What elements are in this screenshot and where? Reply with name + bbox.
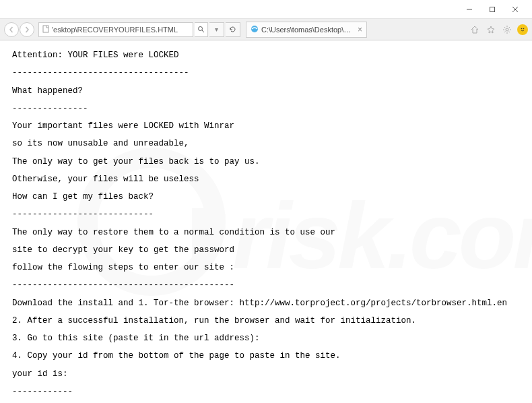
ransom-line: 4. Copy your id from the bottom of the p… (12, 350, 520, 361)
ransom-line: How can I get my files back? (12, 191, 520, 202)
tab-title: C:\Users\tomas\Desktop\RE... (261, 26, 354, 34)
address-bar[interactable]: 'esktop\RECOVERYOURFILES.HTML (38, 22, 193, 37)
svg-point-8 (506, 28, 508, 31)
ransom-line: so its now unusable and unreadable, (12, 138, 520, 149)
close-button[interactable] (504, 2, 527, 17)
window-titlebar (0, 0, 532, 19)
maximize-button[interactable] (481, 2, 504, 17)
minimize-button[interactable] (458, 2, 481, 17)
toolbar-right (469, 24, 528, 36)
ransom-line: The only way to restore them to a normal… (12, 227, 520, 238)
ie-icon (251, 25, 259, 34)
ransom-line: ----------------------------------- (12, 67, 520, 78)
browser-tab[interactable]: C:\Users\tomas\Desktop\RE... × (246, 22, 367, 38)
ransom-line: What happened? (12, 86, 520, 96)
svg-point-9 (521, 28, 523, 29)
ransom-line: Download the install and 1. Tor-the brow… (12, 298, 520, 309)
refresh-button[interactable] (226, 22, 240, 37)
svg-point-10 (523, 28, 525, 29)
ransom-line: ------------ (12, 386, 520, 397)
ransom-line: follow the flowing steps to enter our si… (12, 262, 520, 273)
ransom-line: ----------------------------------------… (12, 280, 520, 290)
ransom-line: Your important files were LOCKED with Wi… (12, 121, 520, 131)
page-icon (42, 25, 50, 34)
home-icon[interactable] (469, 24, 481, 36)
ransom-line: 2. After a successful installation, run … (12, 315, 520, 326)
ransom-line: 3. Go to this site (paste it in the url … (12, 333, 520, 344)
back-button[interactable] (4, 22, 19, 37)
gear-icon[interactable] (501, 24, 513, 36)
ransom-line: Attention: YOUR FILES were LOCKED (12, 50, 520, 61)
ransom-line: site to decrypt your key to get the pass… (12, 245, 520, 255)
svg-rect-4 (43, 26, 48, 32)
ransom-line: Otherwise, your files will be useless (12, 174, 520, 185)
browser-toolbar: 'esktop\RECOVERYOURFILES.HTML ▾ C:\Users… (0, 19, 532, 40)
svg-line-6 (202, 30, 204, 32)
svg-point-5 (199, 27, 203, 31)
ransom-line: --------------- (12, 103, 520, 114)
forward-button[interactable] (20, 22, 34, 37)
page-content: risk.com Attention: YOUR FILES were LOCK… (0, 40, 532, 403)
smiley-icon[interactable] (517, 24, 528, 35)
tab-close-button[interactable]: × (358, 25, 362, 34)
ransom-line: your id is: (12, 369, 520, 379)
ransom-line: The only way to get your files back is t… (12, 156, 520, 167)
search-button[interactable] (195, 22, 208, 37)
address-text: 'esktop\RECOVERYOURFILES.HTML (52, 26, 178, 34)
svg-rect-1 (490, 7, 495, 11)
ransom-line: ---------------------------- (12, 209, 520, 220)
dropdown-button[interactable]: ▾ (209, 22, 224, 37)
favorites-icon[interactable] (485, 24, 497, 36)
